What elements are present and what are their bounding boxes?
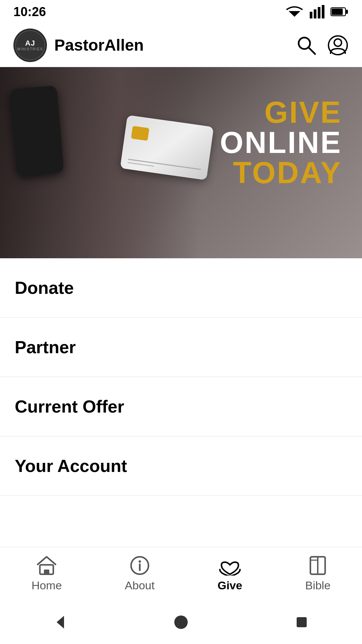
svg-rect-4	[322, 5, 324, 18]
nav-label-bible: Bible	[305, 579, 330, 592]
svg-line-9	[308, 47, 315, 54]
bottom-nav: Home About Give Bible	[0, 547, 362, 600]
status-time: 10:26	[13, 5, 46, 19]
nav-item-give[interactable]: Give	[204, 552, 256, 595]
about-icon	[130, 555, 150, 576]
bible-icon	[308, 555, 328, 576]
nav-item-bible[interactable]: Bible	[292, 552, 344, 595]
svg-rect-6	[346, 10, 348, 14]
status-icons	[285, 5, 349, 18]
give-icon	[218, 555, 242, 576]
battery-icon	[330, 6, 349, 17]
home-icon	[36, 555, 57, 576]
svg-point-21	[174, 615, 188, 629]
svg-rect-3	[318, 7, 320, 18]
menu-item-partner[interactable]: Partner	[0, 318, 362, 377]
nav-item-home[interactable]: Home	[18, 552, 75, 595]
nav-label-give: Give	[218, 579, 242, 592]
menu-list: Donate Partner Current Offer Your Accoun…	[0, 258, 362, 496]
header-actions	[296, 35, 349, 56]
home-button[interactable]	[169, 610, 193, 634]
hero-line2: ONLINE	[220, 127, 342, 158]
header-logo-area: AJ MINISTRIES PastorAllen	[13, 29, 296, 62]
svg-rect-13	[44, 570, 49, 574]
svg-point-11	[334, 39, 342, 46]
status-bar: 10:26	[0, 0, 362, 23]
hero-line3: TODAY	[220, 158, 342, 188]
app-logo[interactable]: AJ MINISTRIES	[13, 29, 47, 62]
svg-rect-22	[297, 617, 307, 627]
hero-text: GIVE ONLINE TODAY	[220, 97, 342, 188]
nav-label-about: About	[125, 579, 155, 592]
svg-rect-1	[310, 12, 312, 18]
svg-rect-2	[314, 9, 316, 18]
system-nav	[0, 600, 362, 644]
nav-item-about[interactable]: About	[111, 552, 168, 595]
back-button[interactable]	[49, 610, 72, 634]
app-header: AJ MINISTRIES PastorAllen	[0, 23, 362, 67]
menu-item-your-account[interactable]: Your Account	[0, 436, 362, 496]
hero-line1: GIVE	[220, 97, 342, 127]
profile-button[interactable]	[327, 35, 349, 56]
svg-point-16	[138, 560, 141, 563]
nav-label-home: Home	[32, 579, 62, 592]
wifi-icon	[285, 5, 304, 18]
app-title: PastorAllen	[54, 36, 144, 54]
svg-rect-7	[332, 9, 343, 15]
search-button[interactable]	[296, 35, 317, 56]
hero-banner: GIVE ONLINE TODAY	[0, 67, 362, 258]
svg-marker-20	[57, 616, 64, 629]
signal-icon	[310, 5, 324, 18]
recents-button[interactable]	[290, 610, 313, 634]
menu-item-current-offer[interactable]: Current Offer	[0, 377, 362, 436]
menu-item-donate[interactable]: Donate	[0, 258, 362, 318]
svg-marker-0	[289, 11, 300, 17]
